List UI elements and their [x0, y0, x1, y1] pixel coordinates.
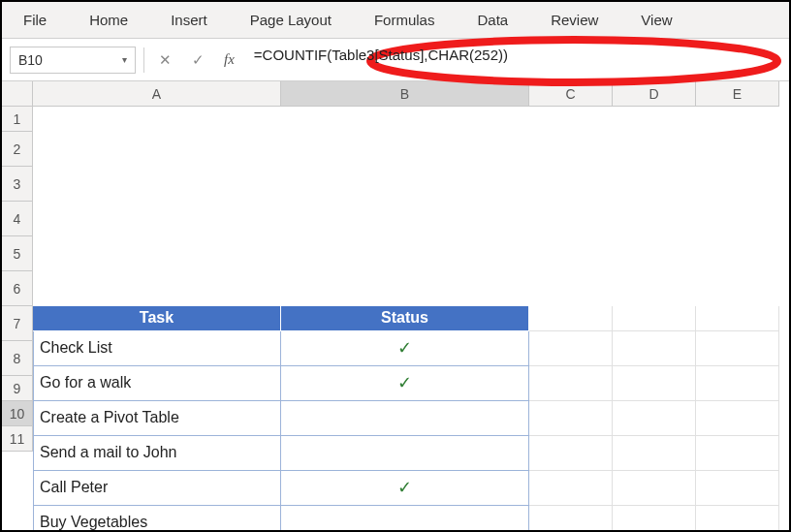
tab-formulas[interactable]: Formulas: [353, 2, 457, 38]
check-icon: ✓: [397, 337, 412, 359]
cell-D5[interactable]: [613, 436, 696, 471]
cell-E2[interactable]: [696, 331, 779, 366]
cell-D6[interactable]: [613, 471, 696, 506]
tab-data[interactable]: Data: [456, 2, 529, 38]
cell-D1[interactable]: [613, 306, 696, 331]
chevron-down-icon[interactable]: ▾: [122, 54, 127, 65]
col-header-A[interactable]: A: [33, 81, 281, 107]
tab-file[interactable]: File: [2, 2, 68, 38]
row-header-5[interactable]: 5: [2, 236, 33, 271]
row-header-8[interactable]: 8: [2, 341, 33, 376]
table-cell-task-2[interactable]: Create a Pivot Table: [33, 401, 281, 436]
row-headers: 1234567891011: [2, 107, 33, 452]
row-header-10[interactable]: 10: [2, 401, 33, 426]
col-header-C[interactable]: C: [529, 81, 613, 107]
name-box[interactable]: B10 ▾: [10, 47, 136, 74]
fx-icon[interactable]: fx: [218, 51, 240, 68]
table-cell-status-3[interactable]: [281, 436, 529, 471]
formula-input[interactable]: =COUNTIF(Table3[Status],CHAR(252)): [248, 47, 781, 74]
table-cell-status-4[interactable]: ✓: [281, 471, 529, 506]
cell-E4[interactable]: [696, 401, 779, 436]
cell-C5[interactable]: [529, 436, 613, 471]
spreadsheet: 1234567891011 ABCDE TaskStatusCheck List…: [2, 81, 789, 530]
check-icon: ✓: [397, 477, 412, 498]
cell-D7[interactable]: [613, 506, 696, 531]
cell-D2[interactable]: [613, 331, 696, 366]
cell-C7[interactable]: [529, 506, 613, 531]
table-cell-task-1[interactable]: Go for a walk: [33, 366, 281, 401]
cell-E6[interactable]: [696, 471, 779, 506]
table-header-1[interactable]: Status: [281, 306, 529, 331]
table-cell-status-1[interactable]: ✓: [281, 366, 529, 401]
row-header-4[interactable]: 4: [2, 202, 33, 236]
cell-E3[interactable]: [696, 366, 779, 401]
enter-icon[interactable]: ✓: [185, 47, 210, 73]
row-header-1[interactable]: 1: [2, 107, 33, 132]
tab-pagelayout[interactable]: Page Layout: [229, 2, 353, 38]
table-cell-status-0[interactable]: ✓: [281, 331, 529, 366]
tab-home[interactable]: Home: [68, 2, 149, 38]
table-cell-task-3[interactable]: Send a mail to John: [33, 436, 281, 471]
table-header-0[interactable]: Task: [33, 306, 281, 331]
formula-bar: B10 ▾ ✕ ✓ fx =COUNTIF(Table3[Status],CHA…: [2, 39, 789, 81]
cancel-icon[interactable]: ✕: [152, 47, 177, 73]
row-header-2[interactable]: 2: [2, 132, 33, 167]
table-cell-task-5[interactable]: Buy Vegetables: [33, 506, 281, 531]
cell-D3[interactable]: [613, 366, 696, 401]
cell-E7[interactable]: [696, 506, 779, 531]
column-headers: ABCDE: [33, 81, 789, 306]
ribbon-tabs: File Home Insert Page Layout Formulas Da…: [2, 2, 789, 39]
cell-C4[interactable]: [529, 401, 613, 436]
tab-view[interactable]: View: [619, 2, 693, 38]
row-header-7[interactable]: 7: [2, 306, 33, 341]
cell-C1[interactable]: [529, 306, 613, 331]
left-gutter: 1234567891011: [2, 81, 33, 530]
table-cell-task-4[interactable]: Call Peter: [33, 471, 281, 506]
row-header-3[interactable]: 3: [2, 167, 33, 202]
table-cell-status-2[interactable]: [281, 401, 529, 436]
tab-insert[interactable]: Insert: [149, 2, 229, 38]
cell-D4[interactable]: [613, 401, 696, 436]
tab-review[interactable]: Review: [529, 2, 619, 38]
col-header-D[interactable]: D: [613, 81, 696, 107]
table-cell-status-5[interactable]: [281, 506, 529, 531]
select-all-corner[interactable]: [2, 81, 33, 107]
row-header-6[interactable]: 6: [2, 271, 33, 306]
cell-C2[interactable]: [529, 331, 613, 366]
cell-grid[interactable]: TaskStatusCheck List✓Go for a walk✓Creat…: [33, 306, 789, 531]
grid-area: ABCDE TaskStatusCheck List✓Go for a walk…: [33, 81, 789, 530]
check-icon: ✓: [397, 372, 412, 393]
cell-E5[interactable]: [696, 436, 779, 471]
divider: [143, 47, 144, 73]
cell-E1[interactable]: [696, 306, 779, 331]
col-header-B[interactable]: B: [281, 81, 529, 107]
col-header-E[interactable]: E: [696, 81, 779, 107]
name-box-value: B10: [18, 52, 43, 68]
row-header-11[interactable]: 11: [2, 426, 33, 452]
row-header-9[interactable]: 9: [2, 376, 33, 401]
table-cell-task-0[interactable]: Check List: [33, 331, 281, 366]
cell-C6[interactable]: [529, 471, 613, 506]
cell-C3[interactable]: [529, 366, 613, 401]
